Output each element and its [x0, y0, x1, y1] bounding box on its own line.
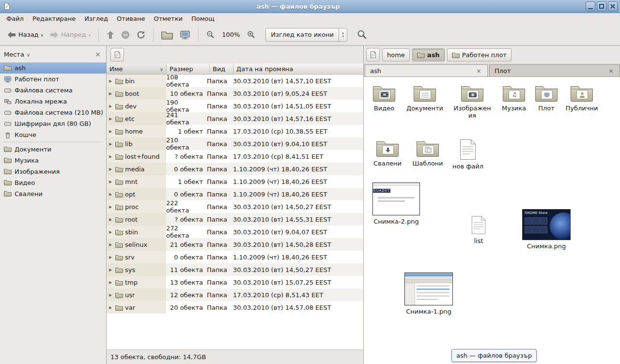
- icon-item-downloads[interactable]: Свалени: [368, 138, 407, 167]
- expander-icon[interactable]: [109, 154, 113, 159]
- tab-close-icon[interactable]: [475, 67, 482, 75]
- sidebar-item-documents[interactable]: Документи: [0, 144, 106, 155]
- expander-icon[interactable]: [109, 167, 113, 171]
- icon-item-snimka1[interactable]: Снимка-1.png: [404, 273, 453, 315]
- table-row[interactable]: lost+found ? обекта Папка 17.03.2010 (ср…: [107, 150, 363, 163]
- expander-icon[interactable]: [109, 268, 113, 272]
- icon-item-public[interactable]: Публични: [562, 83, 601, 112]
- back-dropdown-icon[interactable]: [41, 31, 44, 38]
- icon-item-snimka2[interactable]: GUADEC Снимка-2.png: [372, 182, 420, 225]
- expander-icon[interactable]: [109, 255, 113, 259]
- menu-bookmarks[interactable]: Отметки: [149, 14, 186, 24]
- table-row[interactable]: root ? обекта Папка 30.03.2010 (вт) 14,5…: [107, 213, 363, 226]
- expander-icon[interactable]: [109, 117, 113, 121]
- column-header-size[interactable]: Размер: [167, 63, 210, 74]
- table-row[interactable]: mnt 1 обект Папка 1.10.2009 (чт) 18,40,2…: [107, 175, 363, 188]
- sidebar-item-ash[interactable]: ash: [0, 62, 106, 74]
- expander-icon[interactable]: [109, 91, 113, 96]
- search-button[interactable]: [355, 28, 369, 42]
- menu-edit[interactable]: Редактиране: [28, 14, 80, 24]
- table-row[interactable]: sys 11 обекта Папка 30.03.2010 (вт) 14,5…: [107, 263, 363, 276]
- maximize-button[interactable]: [597, 1, 606, 11]
- expander-icon[interactable]: [109, 305, 113, 310]
- menu-help[interactable]: Помощ: [187, 14, 219, 24]
- table-row[interactable]: selinux 21 обекта Папка 30.03.2010 (вт) …: [107, 238, 363, 251]
- expander-icon[interactable]: [109, 79, 113, 83]
- icon-item-list-file[interactable]: list: [459, 215, 498, 244]
- home-button[interactable]: [158, 28, 176, 42]
- expander-icon[interactable]: [109, 180, 113, 184]
- sidebar-item-encrypted-80gb[interactable]: Шифриран дял (80 GB): [0, 118, 106, 129]
- icon-view[interactable]: Видео Документи Изображения: [364, 77, 620, 364]
- column-header-name[interactable]: Име: [107, 63, 167, 74]
- icon-item-new-file[interactable]: нов файл: [449, 139, 487, 170]
- breadcrumb-desktop[interactable]: Работен плот: [447, 48, 512, 61]
- expander-icon[interactable]: [109, 192, 113, 197]
- table-row[interactable]: media 0 обекта Папка 1.10.2009 (чт) 18,4…: [107, 163, 363, 175]
- expander-icon[interactable]: [109, 243, 113, 247]
- expander-icon[interactable]: [109, 205, 113, 209]
- minimize-button[interactable]: [586, 1, 595, 11]
- tab-ash[interactable]: ash: [365, 64, 488, 76]
- table-row[interactable]: lib 210 обекта Папка 30.03.2010 (вт) 9,0…: [107, 137, 363, 150]
- icon-item-snimka[interactable]: GNOME Store Снимка.png: [522, 209, 571, 250]
- expander-icon[interactable]: [109, 280, 113, 285]
- expander-icon[interactable]: [109, 230, 113, 234]
- expander-icon[interactable]: [109, 217, 113, 222]
- window-list-tooltip[interactable]: ash — файлов браузър: [451, 349, 537, 362]
- menu-file[interactable]: Файл: [2, 14, 28, 24]
- column-header-type[interactable]: Вид: [210, 63, 233, 74]
- location-toggle-button[interactable]: [366, 48, 380, 61]
- table-row[interactable]: home 1 обект Папка 17.03.2010 (ср) 10,38…: [107, 125, 363, 137]
- icon-item-desktop-folder[interactable]: Плот: [527, 83, 566, 112]
- table-row[interactable]: tmp 13 обекта Папка 30.03.2010 (вт) 15,0…: [107, 276, 363, 288]
- back-button[interactable]: Назад: [4, 29, 46, 41]
- menu-view[interactable]: Изглед: [80, 14, 112, 24]
- zoom-out-button[interactable]: [203, 28, 218, 41]
- chevron-down-icon[interactable]: [24, 51, 30, 58]
- table-row[interactable]: boot 10 обекта Папка 30.03.2010 (вт) 9,0…: [107, 87, 363, 100]
- forward-button[interactable]: Напред: [46, 29, 94, 41]
- icon-item-pictures[interactable]: Изображения: [453, 83, 492, 119]
- breadcrumb-ash[interactable]: ash: [412, 48, 445, 61]
- location-toggle-button[interactable]: [110, 48, 124, 61]
- sidebar-item-network[interactable]: Локална мрежа: [0, 96, 106, 107]
- sidebar-item-desktop[interactable]: Работен плот: [0, 74, 106, 85]
- reload-button[interactable]: [133, 28, 149, 42]
- sidebar-item-pictures[interactable]: Изображения: [0, 166, 106, 177]
- sidebar-close-icon[interactable]: [93, 50, 102, 58]
- sidebar-item-downloads[interactable]: Свалени: [0, 188, 106, 199]
- table-row[interactable]: etc 241 обекта Папка 30.03.2010 (вт) 14,…: [107, 112, 363, 125]
- icon-item-documents[interactable]: Документи: [405, 83, 444, 112]
- computer-button[interactable]: [176, 27, 194, 43]
- tab-close-icon[interactable]: [607, 67, 615, 75]
- close-button[interactable]: [608, 1, 618, 11]
- tab-plot[interactable]: Плот: [489, 64, 620, 76]
- up-button[interactable]: [103, 28, 118, 42]
- sidebar-item-trash[interactable]: Кошче: [0, 129, 106, 140]
- sidebar-item-video[interactable]: Видео: [0, 177, 106, 188]
- sidebar-item-filesystem-210mb[interactable]: Файлова система (210 MB): [0, 107, 106, 118]
- table-row[interactable]: var 20 обекта Папка 30.03.2010 (вт) 14,5…: [107, 301, 363, 314]
- view-mode-spinner-icon[interactable]: [339, 29, 347, 41]
- menu-go[interactable]: Отиване: [112, 14, 149, 24]
- expander-icon[interactable]: [109, 104, 113, 108]
- expander-icon[interactable]: [109, 142, 113, 146]
- column-header-date[interactable]: Дата на промяна: [233, 63, 363, 74]
- table-row[interactable]: sbin 272 обекта Папка 30.03.2010 (вт) 9,…: [107, 226, 363, 238]
- icon-item-video[interactable]: Видео: [365, 83, 403, 112]
- expander-icon[interactable]: [109, 129, 113, 134]
- table-row[interactable]: srv 0 обекта Папка 1.10.2009 (чт) 18,40,…: [107, 251, 363, 263]
- sidebar-item-music[interactable]: Музика: [0, 155, 106, 166]
- sidebar-item-filesystem[interactable]: Файлова система: [0, 85, 106, 96]
- forward-dropdown-icon[interactable]: [89, 31, 91, 38]
- table-row[interactable]: dev 190 обекта Папка 30.03.2010 (вт) 14,…: [107, 100, 363, 112]
- expander-icon[interactable]: [109, 293, 113, 297]
- table-row[interactable]: proc 222 обекта Папка 30.03.2010 (вт) 14…: [107, 200, 363, 213]
- stop-button[interactable]: [118, 28, 133, 42]
- places-selector[interactable]: Места: [4, 51, 24, 58]
- table-row[interactable]: bin 108 обекта Папка 30.03.2010 (вт) 14,…: [107, 75, 363, 87]
- breadcrumb-home[interactable]: home: [382, 48, 410, 61]
- zoom-in-button[interactable]: [244, 28, 259, 41]
- titlebar[interactable]: ash — файлов браузър: [0, 0, 620, 13]
